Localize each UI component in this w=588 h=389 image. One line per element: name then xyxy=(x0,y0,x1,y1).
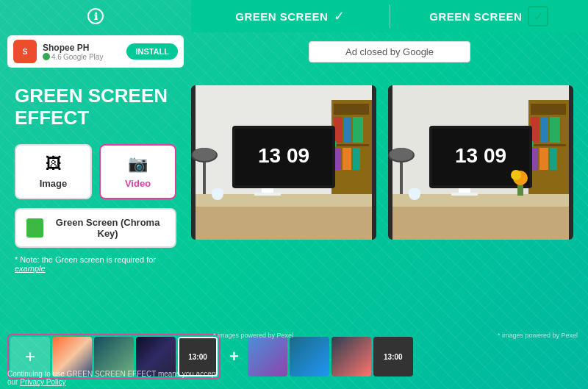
shopee-info: Shopee PH 4.6 Google Play xyxy=(43,43,121,61)
svg-rect-28 xyxy=(531,104,566,115)
mode-button-row: 🖼 Image 📷 Video xyxy=(15,144,176,199)
desk-scene-right: 13 09 xyxy=(388,85,573,240)
svg-rect-15 xyxy=(196,207,372,240)
shopee-rating: 4.6 Google Play xyxy=(43,53,121,61)
privacy-policy-link[interactable]: Privacy Policy xyxy=(20,378,65,386)
thumb-ocean[interactable] xyxy=(290,337,329,376)
svg-rect-32 xyxy=(531,144,566,146)
video-icon: 📷 xyxy=(128,154,148,174)
svg-rect-22 xyxy=(212,188,223,194)
right-panel: 13 09 xyxy=(191,85,588,273)
note-text: * Note: the Green screen is required for… xyxy=(15,255,176,273)
svg-rect-49 xyxy=(400,159,403,194)
thumb-mountain[interactable] xyxy=(248,337,287,376)
svg-rect-30 xyxy=(541,117,548,143)
desk-scene-left: 13 09 xyxy=(191,85,376,240)
ad-closed-text: Ad closed by Google xyxy=(309,41,470,63)
pexels-note-right: * images powered by Pexel xyxy=(498,332,578,339)
shopee-name: Shopee PH xyxy=(43,43,121,53)
main-content: GREEN SCREEN EFFECT 🖼 Image 📷 Video Gree… xyxy=(0,71,588,273)
chroma-label: Green Screen (Chroma Key) xyxy=(51,217,165,239)
video-mode-button[interactable]: 📷 Video xyxy=(99,144,176,199)
video-preview-left[interactable]: 13 09 xyxy=(191,85,376,240)
tab-green-screen-left[interactable]: GREEN SCREEN ✓ xyxy=(191,0,390,32)
svg-rect-9 xyxy=(353,148,360,170)
svg-rect-41 xyxy=(392,207,569,240)
tab-right-check-icon: ✓ xyxy=(534,10,543,24)
svg-point-25 xyxy=(193,148,216,161)
thumb-clock-right[interactable]: 13:00 xyxy=(373,337,413,376)
header: ℹ GREEN SCREEN ✓ GREEN SCREEN ✓ xyxy=(0,0,588,32)
svg-rect-34 xyxy=(539,148,548,170)
chroma-key-button[interactable]: Green Screen (Chroma Key) xyxy=(15,208,176,248)
left-panel: GREEN SCREEN EFFECT 🖼 Image 📷 Video Gree… xyxy=(0,85,191,273)
svg-text:13 09: 13 09 xyxy=(258,144,309,167)
note-example-link[interactable]: example xyxy=(15,264,46,273)
green-square-icon xyxy=(26,218,43,238)
video-preview-right[interactable]: 13 09 xyxy=(388,85,573,240)
svg-point-51 xyxy=(390,148,413,161)
footer-text: Continuing to use GREEN SCREEN EFFECT me… xyxy=(7,370,218,386)
ad-row-left: S Shopee PH 4.6 Google Play INSTALL xyxy=(0,35,191,68)
svg-rect-7 xyxy=(335,148,341,170)
svg-rect-23 xyxy=(203,159,206,194)
svg-rect-5 xyxy=(353,117,363,143)
tab-right-check-box: ✓ xyxy=(528,6,548,26)
tab-left-check: ✓ xyxy=(334,8,345,24)
svg-rect-4 xyxy=(344,117,351,143)
header-left: ℹ xyxy=(0,0,191,32)
svg-rect-6 xyxy=(334,144,369,146)
filmstrip-right: 13:00 xyxy=(248,337,413,376)
note-prefix: * Note: the Green screen is required for xyxy=(15,255,156,264)
tab-right-label: GREEN SCREEN xyxy=(429,10,522,23)
shopee-logo: S xyxy=(13,40,37,63)
info-icon[interactable]: ℹ xyxy=(87,8,104,24)
image-mode-button[interactable]: 🖼 Image xyxy=(15,144,92,199)
svg-rect-35 xyxy=(550,148,557,170)
thumb-city[interactable] xyxy=(331,337,371,376)
svg-rect-2 xyxy=(334,104,369,115)
svg-rect-43 xyxy=(451,193,478,196)
svg-rect-17 xyxy=(254,193,281,196)
svg-point-54 xyxy=(511,170,521,180)
install-button[interactable]: INSTALL xyxy=(126,43,178,60)
pexels-note-left: * images powered by Pexel xyxy=(213,332,293,339)
video-label: Video xyxy=(125,178,151,189)
filmstrip-plus-divider: + xyxy=(226,347,242,366)
ad-row: S Shopee PH 4.6 Google Play INSTALL Ad c… xyxy=(0,32,588,71)
footer-prefix: Continuing to use GREEN SCREEN EFFECT me… xyxy=(7,370,218,378)
ad-right: Ad closed by Google xyxy=(191,41,588,63)
svg-rect-48 xyxy=(409,188,420,194)
svg-rect-31 xyxy=(550,117,560,143)
image-label: Image xyxy=(40,178,68,189)
image-icon: 🖼 xyxy=(46,154,62,174)
svg-rect-33 xyxy=(532,148,538,170)
ad-banner-shopee[interactable]: S Shopee PH 4.6 Google Play INSTALL xyxy=(7,35,184,68)
tab-green-screen-right[interactable]: GREEN SCREEN ✓ xyxy=(390,0,589,32)
effect-title: GREEN SCREEN EFFECT xyxy=(15,85,176,129)
tab-left-label: GREEN SCREEN xyxy=(235,10,328,23)
svg-rect-8 xyxy=(343,148,351,170)
google-play-icon xyxy=(43,53,50,60)
footer-suffix: our xyxy=(7,378,20,386)
svg-text:13 09: 13 09 xyxy=(455,144,506,167)
